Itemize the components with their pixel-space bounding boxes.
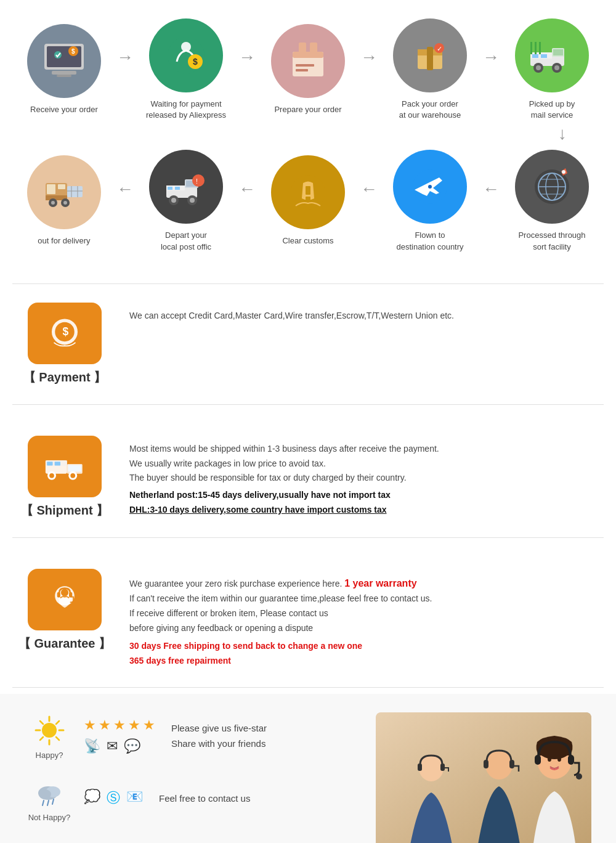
shipment-icon [43, 445, 86, 488]
svg-text:$: $ [71, 48, 75, 55]
svg-rect-32 [530, 42, 532, 54]
shipment-dhl-text: DHL:3-10 days delivery,some country have… [129, 503, 598, 518]
step-receive-label: Receive your order [30, 104, 98, 115]
shipment-section: 【 Shipment 】 Most items would be shipped… [0, 423, 616, 531]
guarantee-red1: 30 days Free shipping to send back to ch… [129, 639, 598, 654]
step-pack-label: Pack your orderat our warehouse [399, 99, 461, 121]
payment-icon-box: $ [28, 303, 102, 364]
step-receive: $ Receive your order [15, 24, 113, 115]
svg-text:$: $ [193, 57, 198, 67]
svg-point-48 [171, 198, 176, 203]
guarantee-text4: before giving any feedback or opening a … [129, 621, 598, 636]
svg-line-97 [43, 800, 44, 805]
step-outdelivery: out for delivery [15, 155, 113, 246]
step-pickup: Picked up bymail service [503, 18, 601, 121]
arrow-7: ← [360, 179, 378, 199]
svg-line-99 [52, 799, 54, 804]
svg-rect-73 [68, 465, 81, 471]
svg-rect-80 [55, 462, 60, 465]
happy-label: Happy? [36, 751, 63, 760]
svg-line-90 [40, 721, 43, 724]
svg-rect-34 [539, 42, 541, 54]
step-pack: ✓ Pack your orderat our warehouse [381, 18, 479, 121]
svg-rect-15 [296, 64, 314, 67]
shipment-icon-box [28, 436, 102, 497]
svg-point-113 [576, 773, 582, 780]
cs-photo-bg [376, 712, 591, 843]
svg-point-77 [70, 473, 75, 478]
svg-point-28 [554, 65, 559, 70]
warranty-text: 1 year warranty [344, 578, 416, 588]
svg-point-26 [536, 65, 541, 70]
svg-line-91 [56, 737, 59, 740]
email-icon: ✉ [107, 738, 118, 754]
divider-payment [12, 283, 604, 284]
svg-rect-43 [67, 186, 83, 197]
svg-rect-36 [47, 184, 55, 194]
guarantee-text: We guarantee your zero risk purchase exp… [129, 569, 598, 669]
svg-point-8 [181, 42, 191, 52]
not-happy-row: Not Happy? 💭 Ⓢ 📧 Feel free to contact us [25, 775, 376, 822]
share-icons: 📡 ✉ 💬 [84, 738, 155, 754]
svg-rect-19 [427, 47, 433, 70]
stars-row: ★ ★ ★ ★ ★ [84, 717, 155, 733]
step-flown: Flown todestination country [381, 150, 479, 252]
payment-left: $ 【 Payment 】 [18, 303, 111, 386]
guarantee-icon [43, 578, 86, 621]
svg-text:!: ! [196, 177, 198, 185]
svg-rect-102 [418, 764, 422, 771]
svg-point-42 [63, 201, 67, 205]
process-row-2: out for delivery ← ! [12, 150, 604, 252]
svg-rect-33 [535, 42, 537, 54]
mail-icon: 📧 [126, 789, 143, 807]
shipment-left: 【 Shipment 】 [18, 436, 111, 519]
step-flown-label: Flown todestination country [396, 230, 463, 252]
arrow-4: → [482, 47, 500, 67]
arrow-2: → [238, 47, 256, 67]
not-happy-label: Not Happy? [28, 813, 71, 822]
svg-point-96 [39, 789, 51, 799]
payment-icon: $ [43, 312, 86, 355]
svg-rect-30 [532, 54, 538, 58]
svg-point-67 [562, 170, 565, 174]
svg-rect-37 [58, 184, 65, 189]
guarantee-left: 【 Guarantee 】 [18, 569, 111, 652]
guarantee-icon-box [28, 569, 102, 630]
process-row-1: $ Receive your order → $ Waiting for pay… [12, 18, 604, 121]
share-text: Share with your friends [171, 738, 267, 749]
svg-text:✓: ✓ [437, 45, 442, 52]
step-prepare: Prepare your order [259, 24, 357, 115]
svg-point-40 [51, 201, 55, 205]
payment-section: $ 【 Payment 】 We can accept Credit Card,… [0, 290, 616, 398]
five-star-text: Please give us five-star [171, 723, 267, 733]
shipment-title: 【 Shipment 】 [21, 502, 108, 519]
chat-icon: 💬 [124, 738, 140, 754]
shipment-post-text: Netherland post:15-45 days delivery,usua… [129, 488, 598, 503]
arrow-1: → [116, 47, 134, 67]
svg-point-6 [54, 51, 62, 59]
divider-shipment [12, 404, 604, 405]
svg-point-60 [428, 185, 432, 189]
skype-icon: Ⓢ [107, 789, 120, 807]
svg-rect-52 [168, 187, 172, 190]
svg-rect-24 [553, 49, 563, 55]
svg-line-93 [40, 737, 43, 740]
guarantee-text2: If can't receive the item within our gua… [129, 592, 598, 606]
divider-bottom [12, 687, 604, 688]
svg-rect-106 [509, 760, 514, 768]
cs-svg [376, 712, 591, 843]
svg-point-85 [42, 723, 57, 738]
svg-point-110 [557, 757, 561, 762]
guarantee-red2: 365 days free repairment [129, 654, 598, 669]
payment-title: 【 Payment 】 [23, 369, 106, 386]
svg-rect-112 [568, 755, 574, 765]
arrow-down: ↓ [12, 124, 604, 144]
svg-point-82 [61, 588, 68, 596]
bubble-icon: 💭 [84, 789, 100, 807]
contact-icons: 💭 Ⓢ 📧 [84, 789, 143, 807]
guarantee-title: 【 Guarantee 】 [18, 635, 111, 652]
guarantee-section: 【 Guarantee 】 We guarantee your zero ris… [0, 556, 616, 681]
customer-service-photo [376, 712, 591, 843]
payment-text: We can accept Credit Card,Master Card,Wi… [129, 303, 598, 324]
step-depart-label: Depart yourlocal post offic [161, 230, 211, 252]
